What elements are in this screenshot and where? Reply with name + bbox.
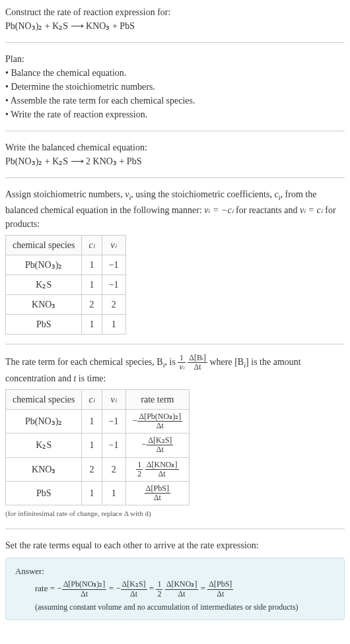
table-row: KNO₃ 2 2 12 Δ[KNO₃]Δt [6, 457, 190, 481]
table-row: Pb(NO₃)₂ 1 −1 [6, 255, 126, 274]
cell-rate: 12 Δ[KNO₃]Δt [125, 457, 190, 481]
text-part: Assign stoichiometric numbers, [5, 189, 125, 199]
final-heading: Set the rate terms equal to each other t… [5, 538, 345, 552]
eq: νᵢ = cᵢ [300, 205, 323, 215]
divider [5, 131, 345, 131]
cell-c: 1 [82, 274, 102, 294]
balanced-heading: Write the balanced chemical equation: [5, 141, 345, 154]
stoich-text: Assign stoichiometric numbers, νi, using… [5, 187, 345, 231]
text-part: The rate term for each chemical species,… [5, 356, 163, 366]
frac: Δ[Pb(NO₃)₂]Δt [62, 580, 107, 598]
cell-species: Pb(NO₃)₂ [6, 409, 82, 433]
th-species: chemical species [6, 235, 82, 255]
frac: Δ[KNO₃]Δt [165, 580, 199, 598]
cell-c: 2 [82, 294, 102, 314]
table-row: PbS 1 1 Δ[PbS]Δt [6, 482, 190, 505]
cell-nu: 1 [102, 482, 125, 505]
den: Δt [207, 590, 233, 598]
eq: νᵢ = −cᵢ [204, 205, 233, 215]
eq-sign: = − [106, 583, 120, 593]
answer-label: Answer: [15, 565, 335, 578]
eq-sign: = [198, 583, 207, 593]
th-nu: νᵢ [102, 389, 125, 409]
text-part: is time: [76, 373, 106, 383]
rateterm-note: (for infinitesimal rate of change, repla… [5, 508, 345, 519]
ci: cᵢ [88, 240, 94, 250]
cell-species: K₂S [6, 274, 82, 294]
th-rate: rate term [125, 389, 190, 409]
cell-species: KNO₃ [6, 294, 82, 314]
den: 2 [156, 590, 162, 598]
table-row: Pb(NO₃)₂ 1 −1 −Δ[Pb(NO₃)₂]Δt [6, 409, 190, 433]
den: νᵢ [178, 363, 185, 371]
num: Δ[Bᵢ] [188, 354, 207, 363]
nui: νᵢ [111, 395, 117, 404]
table-row: K₂S 1 −1 −Δ[K₂S]Δt [6, 434, 190, 457]
den-i: νᵢ [179, 362, 184, 371]
text-part: , is [165, 356, 178, 366]
cell-species: Pb(NO₃)₂ [6, 255, 82, 274]
cell-nu: 1 [102, 314, 125, 334]
cell-nu: 2 [102, 457, 125, 481]
neg: − [133, 416, 138, 426]
intro-section: Construct the rate of reaction expressio… [5, 5, 345, 33]
frac: Δ[K₂S]Δt [121, 580, 147, 598]
den: Δt [121, 590, 147, 598]
answer-note: (assuming constant volume and no accumul… [15, 601, 335, 613]
frac: Δ[PbS]Δt [207, 580, 233, 598]
den: Δt [188, 363, 207, 371]
cell-rate: Δ[PbS]Δt [125, 482, 190, 505]
frac-one-over-nu: 1 νᵢ [178, 354, 185, 371]
den: Δt [62, 590, 107, 598]
cell-c: 1 [82, 255, 102, 274]
frac-db-dt: Δ[Bᵢ] Δt [188, 354, 207, 371]
cell-nu: −1 [102, 434, 125, 457]
text-part: , using the stoichiometric coefficients, [131, 189, 274, 199]
eq1: νᵢ = −cᵢ [204, 205, 233, 215]
divider [5, 344, 345, 344]
stoich-table: chemical species cᵢ νᵢ Pb(NO₃)₂ 1 −1 K₂S… [5, 235, 126, 335]
frac: Δ[PbS]Δt [145, 484, 170, 502]
plan-item: • Write the rate of reaction expression. [5, 108, 345, 121]
den: Δt [145, 470, 179, 478]
cell-c: 1 [82, 314, 102, 334]
table-header-row: chemical species cᵢ νᵢ [6, 235, 126, 255]
intro-line: Construct the rate of reaction expressio… [5, 5, 345, 19]
num: 1 [178, 354, 185, 363]
table-row: KNO₃ 2 2 [6, 294, 126, 314]
cell-species: PbS [6, 314, 82, 334]
cell-nu: −1 [102, 255, 125, 274]
den: Δt [165, 590, 199, 598]
text-part: for reactants and [234, 205, 300, 215]
num: Δ[Pb(NO₃)₂] [137, 412, 182, 422]
plan-section: Plan: • Balance the chemical equation. •… [5, 52, 345, 121]
frac: Δ[Pb(NO₃)₂]Δt [137, 412, 182, 430]
plan-item: • Assemble the rate term for each chemic… [5, 94, 345, 108]
cell-rate: −Δ[Pb(NO₃)₂]Δt [125, 409, 190, 433]
plan-heading: Plan: [5, 52, 345, 66]
table-row: K₂S 1 −1 [6, 274, 126, 294]
c-sym: ci [274, 189, 280, 199]
rateterm-text: The rate term for each chemical species,… [5, 354, 345, 385]
th-c: cᵢ [82, 389, 102, 409]
cell-nu: −1 [102, 409, 125, 433]
den: 2 [136, 470, 143, 478]
answer-equation: rate = −Δ[Pb(NO₃)₂]Δt = −Δ[K₂S]Δt = 12 Δ… [15, 580, 335, 598]
num: 1 [136, 461, 143, 470]
den: Δt [145, 494, 170, 502]
intro-equation: Pb(NO₃)₂ + K₂S ⟶ KNO₃ + PbS [5, 19, 345, 33]
cell-c: 2 [82, 457, 102, 481]
stoich-section: Assign stoichiometric numbers, νi, using… [5, 187, 345, 335]
plan-item: • Balance the chemical equation. [5, 66, 345, 80]
nu-sym: νi [125, 189, 131, 199]
cell-c: 1 [82, 409, 102, 433]
divider [5, 529, 345, 529]
frac: Δ[KNO₃]Δt [145, 461, 179, 478]
rate-prefix: rate = − [35, 583, 62, 593]
rateterm-section: The rate term for each chemical species,… [5, 354, 345, 519]
divider [5, 42, 345, 43]
num: Δ[PbS] [145, 484, 170, 494]
cell-rate: −Δ[K₂S]Δt [125, 434, 190, 457]
answer-box: Answer: rate = −Δ[Pb(NO₃)₂]Δt = −Δ[K₂S]Δ… [5, 558, 345, 620]
frac: Δ[K₂S]Δt [147, 436, 173, 454]
